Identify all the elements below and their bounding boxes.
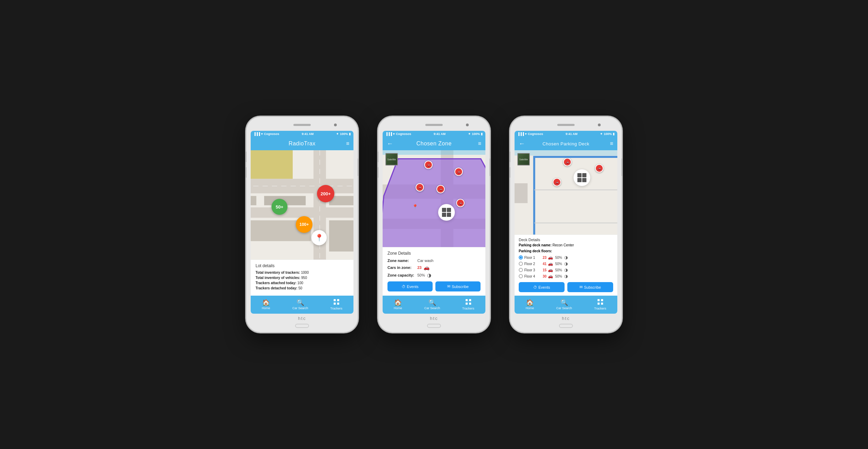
satellite-thumbnail-2[interactable]: Satellite — [385, 153, 398, 166]
volume-up-button-3[interactable] — [509, 152, 510, 162]
status-left: ▐▐▐ ▾ Cognosos — [253, 132, 279, 136]
tab-home-label-3: Home — [526, 306, 534, 310]
subscribe-button-3[interactable]: ✉ Subscribe — [567, 282, 613, 292]
deck-parking-icon[interactable] — [574, 169, 590, 186]
deck-details-title: Deck Details — [519, 238, 613, 242]
volume-up-button-2[interactable] — [377, 152, 378, 162]
battery-icon: ▮ — [349, 132, 351, 136]
phone-camera-3 — [598, 124, 601, 126]
app-title-2: Chosen Zone — [416, 141, 452, 147]
carrier-name: Cognosos — [264, 132, 279, 136]
app-header-3: ← Chosen Parking Deck ≡ — [515, 137, 617, 150]
wifi-icon-2: ▾ — [393, 132, 395, 136]
lot-pin[interactable]: 📍 — [311, 230, 327, 245]
tab-search-2[interactable]: 🔍 Car Search — [424, 299, 440, 310]
cluster-green[interactable]: 50+ — [272, 199, 287, 215]
lot-row-1: Total inventory of vehicles: 950 — [256, 276, 349, 280]
events-button-3[interactable]: ⏱ Events — [519, 282, 565, 292]
floor-count-3: 30 — [540, 274, 546, 278]
tab-home-3[interactable]: 🏠 Home — [526, 299, 534, 310]
phone-top-bar — [251, 121, 353, 129]
search-icon-2: 🔍 — [428, 299, 436, 306]
svg-rect-9 — [329, 220, 353, 252]
deck-map-area[interactable]: Satellite 🚗 🚗 🚗 Deck De — [515, 150, 617, 296]
tab-trackers-2[interactable]: Trackers — [462, 299, 474, 310]
phone-home-button-3[interactable] — [559, 324, 573, 328]
events-icon-3: ⏱ — [533, 285, 537, 289]
cluster-red[interactable]: 200+ — [317, 185, 334, 202]
tab-trackers-1[interactable]: Trackers — [330, 299, 342, 310]
car-marker-3[interactable]: 🚗 — [416, 183, 424, 192]
satellite-thumbnail-3[interactable]: Satellite — [517, 153, 530, 166]
subscribe-button-2[interactable]: ✉ Subscribe — [435, 281, 481, 291]
deck-car-marker-2[interactable]: 🚗 — [595, 164, 603, 172]
deck-car-marker-1[interactable]: 🚗 — [563, 158, 571, 166]
events-button-2[interactable]: ⏱ Events — [387, 281, 433, 291]
phone-home-button-2[interactable] — [427, 324, 441, 328]
signal-icon-2: ▐▐▐ — [385, 132, 392, 136]
svg-rect-12 — [334, 299, 336, 301]
back-button-2[interactable]: ← — [387, 140, 393, 147]
floor-row-0[interactable]: Floor 1 23 🚗 50% ◑ — [519, 255, 613, 260]
floor-row-3[interactable]: Floor 4 30 🚗 50% ◑ — [519, 274, 613, 279]
svg-rect-35 — [601, 299, 603, 301]
deck-car-marker-3[interactable]: 🚗 — [553, 178, 561, 186]
volume-down-button-2[interactable] — [377, 167, 378, 178]
zone-map-area[interactable]: Satellite 🚗 🚗 🚗 🚗 🚗 📍 — [383, 150, 485, 296]
floor-radio-3[interactable] — [519, 274, 523, 278]
tab-home-1[interactable]: 🏠 Home — [262, 299, 270, 310]
status-bar-3: ▐▐▐ ▾ Cognosos 9:41 AM ✦ 100% ▮ — [515, 131, 617, 137]
bluetooth-icon-3: ✦ — [600, 132, 603, 136]
lot-row-2: Trackers attached today: 100 — [256, 281, 349, 285]
floor-row-1[interactable]: Floor 2 41 🚗 50% ◑ — [519, 261, 613, 266]
phone-2-screen: ▐▐▐ ▾ Cognosos 9:41 AM ✦ 100% ▮ ← Chosen… — [383, 131, 485, 314]
menu-button-1[interactable]: ≡ — [346, 141, 349, 147]
trackers-icon-3 — [597, 299, 603, 306]
floor-radio-1[interactable] — [519, 262, 523, 266]
floor-pct-2: 50% — [555, 268, 562, 272]
zone-row-capacity: Zone capacity: 50% ◑ — [387, 272, 481, 278]
floor-label-2: Floor 3 — [524, 268, 538, 272]
car-marker-1[interactable]: 🚗 — [424, 161, 433, 169]
phone-camera-2 — [466, 124, 469, 126]
search-icon-1: 🔍 — [297, 299, 304, 306]
power-button-3[interactable] — [621, 159, 623, 176]
app-header-1: ≡ RadioTrax — [251, 137, 353, 150]
back-button-3[interactable]: ← — [519, 140, 525, 147]
sat-inner: Satellite — [386, 154, 397, 165]
floor-radio-0[interactable] — [519, 255, 523, 260]
lot-row-3: Trackers detached today: 50 — [256, 286, 349, 290]
wifi-icon-3: ▾ — [525, 132, 527, 136]
map-area-1[interactable]: 50+ 200+ 100+ 📍 Lot details Total invent… — [251, 150, 353, 296]
phone-bottom-2: htc — [383, 316, 485, 321]
car-marker-5[interactable]: 🚗 — [456, 199, 465, 207]
menu-button-2[interactable]: ≡ — [478, 141, 481, 147]
power-button-2[interactable] — [490, 159, 491, 176]
floor-label-1: Floor 2 — [524, 262, 538, 266]
floor-pct-3: 50% — [555, 274, 562, 278]
phone-home-button-1[interactable] — [295, 324, 309, 328]
menu-button-3[interactable]: ≡ — [610, 141, 613, 147]
bluetooth-icon: ✦ — [336, 132, 339, 136]
power-button[interactable] — [358, 159, 359, 176]
action-buttons-3: ⏱ Events ✉ Subscribe — [519, 282, 613, 292]
tab-home-2[interactable]: 🏠 Home — [394, 299, 402, 310]
cluster-orange[interactable]: 100+ — [296, 216, 312, 233]
car-marker-2[interactable]: 🚗 — [454, 168, 463, 176]
tab-trackers-3[interactable]: Trackers — [594, 299, 606, 310]
phone-brand-2: htc — [430, 316, 438, 321]
tab-search-label-3: Car Search — [556, 306, 572, 310]
tab-home-label-1: Home — [262, 306, 270, 310]
lot-row-0: Total inventory of trackers: 1000 — [256, 271, 349, 274]
floor-radio-2[interactable] — [519, 268, 523, 272]
tab-search-label-2: Car Search — [424, 306, 440, 310]
parking-deck-icon[interactable] — [438, 204, 455, 221]
phone-1-screen: ▐▐▐ ▾ Cognosos 9:41 AM ✦ 100% ▮ ≡ RadioT… — [251, 131, 353, 314]
volume-down-button[interactable] — [245, 167, 247, 178]
car-marker-4[interactable]: 🚗 — [436, 185, 445, 193]
volume-up-button[interactable] — [245, 152, 247, 162]
tab-search-3[interactable]: 🔍 Car Search — [556, 299, 572, 310]
tab-search-1[interactable]: 🔍 Car Search — [292, 299, 308, 310]
floor-row-2[interactable]: Floor 3 15 🚗 50% ◑ — [519, 268, 613, 272]
volume-down-button-3[interactable] — [509, 167, 510, 178]
